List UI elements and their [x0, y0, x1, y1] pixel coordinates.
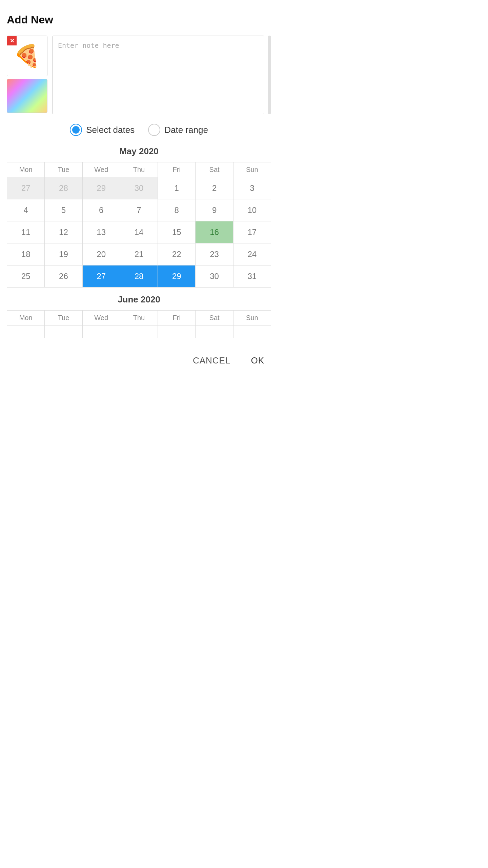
calendar-day-cell[interactable]: 9 [196, 199, 233, 221]
june-month-title: June 2020 [7, 294, 271, 305]
select-dates-radio[interactable] [70, 124, 82, 136]
calendar-day-cell[interactable]: 28 [45, 177, 82, 199]
note-row [52, 36, 271, 114]
calendar-day-header: Fri [158, 162, 196, 177]
select-dates-option[interactable]: Select dates [70, 124, 135, 136]
calendar-day-cell[interactable] [120, 326, 158, 338]
calendar-day-header: Tue [45, 311, 82, 326]
calendar-day-header: Sun [233, 311, 271, 326]
calendar-day-cell[interactable]: 30 [120, 177, 158, 199]
calendar-day-cell[interactable]: 19 [45, 243, 82, 265]
calendar-day-cell[interactable]: 24 [233, 243, 271, 265]
may-month-title: May 2020 [7, 146, 271, 157]
calendar-day-cell[interactable]: 21 [120, 243, 158, 265]
calendar-day-cell[interactable]: 10 [233, 199, 271, 221]
may-calendar: May 2020 MonTueWedThuFriSatSun2728293012… [7, 146, 271, 288]
calendar-day-cell[interactable]: 17 [233, 221, 271, 243]
calendar-day-cell[interactable]: 29 [158, 265, 196, 288]
may-calendar-grid: MonTueWedThuFriSatSun2728293012345678910… [7, 162, 271, 288]
radio-section: Select dates Date range [7, 124, 271, 136]
calendar-day-header: Sat [196, 311, 233, 326]
calendar-day-cell[interactable]: 6 [83, 199, 120, 221]
calendar-day-header: Wed [83, 311, 120, 326]
calendar-day-cell[interactable]: 3 [233, 177, 271, 199]
left-controls: 🍕 [7, 36, 47, 114]
bottom-buttons: CANCEL OK [7, 345, 271, 376]
calendar-day-cell[interactable]: 7 [120, 199, 158, 221]
calendar-day-cell[interactable] [83, 326, 120, 338]
calendar-day-cell[interactable]: 4 [7, 199, 45, 221]
calendar-day-header: Tue [45, 162, 82, 177]
calendar-day-header: Fri [158, 311, 196, 326]
june-calendar-grid: MonTueWedThuFriSatSun [7, 310, 271, 338]
calendar-day-cell[interactable]: 29 [83, 177, 120, 199]
calendar-day-cell[interactable]: 20 [83, 243, 120, 265]
calendar-day-header: Wed [83, 162, 120, 177]
top-section: 🍕 [7, 36, 271, 114]
calendar-day-cell[interactable]: 15 [158, 221, 196, 243]
calendar-day-cell[interactable]: 8 [158, 199, 196, 221]
calendar-day-cell[interactable]: 16 [196, 221, 233, 243]
calendar-day-cell[interactable]: 23 [196, 243, 233, 265]
june-calendar: June 2020 MonTueWedThuFriSatSun [7, 294, 271, 338]
calendar-day-cell[interactable] [45, 326, 82, 338]
note-input[interactable] [52, 36, 264, 114]
ok-button[interactable]: OK [251, 355, 264, 366]
calendar-day-cell[interactable]: 12 [45, 221, 82, 243]
scrollbar [268, 36, 271, 114]
calendar-day-cell[interactable] [7, 326, 45, 338]
page-title: Add New [7, 14, 271, 26]
calendar-day-cell[interactable]: 27 [83, 265, 120, 288]
color-picker-box[interactable] [7, 79, 47, 113]
calendar-day-cell[interactable]: 31 [233, 265, 271, 288]
calendar-day-cell[interactable]: 5 [45, 199, 82, 221]
calendar-day-cell[interactable] [196, 326, 233, 338]
calendar-day-cell[interactable] [233, 326, 271, 338]
emoji-box[interactable]: 🍕 [7, 36, 47, 76]
calendar-day-cell[interactable]: 22 [158, 243, 196, 265]
calendar-day-header: Thu [120, 311, 158, 326]
calendar-day-header: Mon [7, 311, 45, 326]
cancel-button[interactable]: CANCEL [193, 355, 230, 366]
calendar-day-cell[interactable]: 28 [120, 265, 158, 288]
calendar-day-cell[interactable]: 11 [7, 221, 45, 243]
calendar-day-cell[interactable]: 14 [120, 221, 158, 243]
select-dates-label: Select dates [86, 125, 135, 135]
calendar-day-header: Sat [196, 162, 233, 177]
date-range-option[interactable]: Date range [148, 124, 208, 136]
calendar-day-header: Sun [233, 162, 271, 177]
emoji-remove-button[interactable] [7, 36, 17, 45]
calendar-day-cell[interactable]: 27 [7, 177, 45, 199]
calendar-day-cell[interactable]: 25 [7, 265, 45, 288]
calendar-day-header: Thu [120, 162, 158, 177]
calendar-day-cell[interactable]: 30 [196, 265, 233, 288]
calendar-day-header: Mon [7, 162, 45, 177]
date-range-radio[interactable] [148, 124, 160, 136]
calendar-day-cell[interactable]: 2 [196, 177, 233, 199]
date-range-label: Date range [164, 125, 208, 135]
calendar-day-cell[interactable] [158, 326, 196, 338]
calendar-day-cell[interactable]: 1 [158, 177, 196, 199]
calendar-day-cell[interactable]: 13 [83, 221, 120, 243]
calendar-day-cell[interactable]: 26 [45, 265, 82, 288]
calendar-day-cell[interactable]: 18 [7, 243, 45, 265]
